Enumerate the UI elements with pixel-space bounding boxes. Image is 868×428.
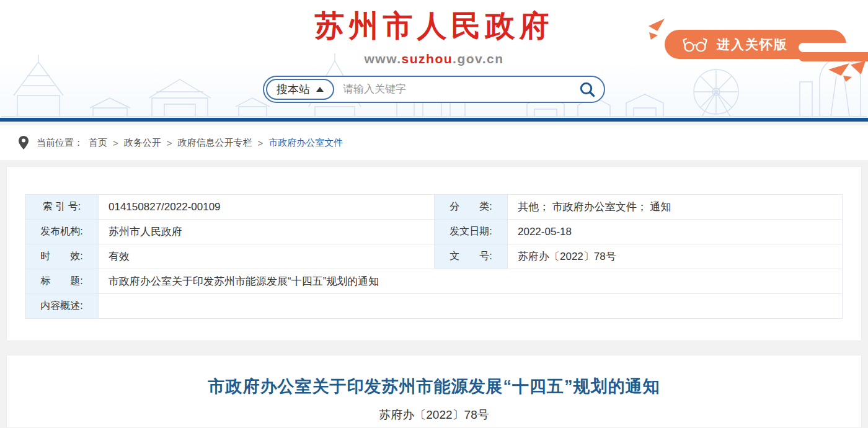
meta-value-category: 其他； 市政府办公室文件； 通知 <box>508 195 843 220</box>
caret-up-icon <box>316 87 324 92</box>
meta-label-issuing-agency: 发布机构: <box>25 220 99 244</box>
meta-value-index-number: 014150827/2022-00109 <box>99 195 435 220</box>
meta-value-issuing-agency: 苏州市人民政府 <box>99 220 435 244</box>
meta-row: 索 引 号: 014150827/2022-00109 分 类: 其他； 市政府… <box>25 195 843 220</box>
site-url-prefix: www. <box>364 51 401 66</box>
article-card: 市政府办公室关于印发苏州市能源发展“十四五”规划的通知 苏府办〔2022〕78号 <box>6 355 862 428</box>
meta-label-title: 标 题: <box>25 269 99 294</box>
article-title: 市政府办公室关于印发苏州市能源发展“十四五”规划的通知 <box>7 375 861 398</box>
search-scope-label: 搜本站 <box>277 82 310 97</box>
care-button-decoration <box>799 52 868 61</box>
search-button[interactable] <box>579 81 596 98</box>
meta-value-summary <box>99 294 843 319</box>
document-meta-table: 索 引 号: 014150827/2022-00109 分 类: 其他； 市政府… <box>25 194 843 319</box>
breadcrumb-item-disclosure-column[interactable]: 政府信息公开专栏 <box>178 137 252 149</box>
site-url-suffix: .gov.cn <box>453 51 503 66</box>
meta-row: 标 题: 市政府办公室关于印发苏州市能源发展“十四五”规划的通知 <box>25 269 843 294</box>
site-header: 苏州市人民政府 www.suzhou.gov.cn 搜本站 进入关怀版 <box>0 0 868 122</box>
breadcrumb-item-home[interactable]: 首页 <box>89 137 107 149</box>
meta-value-validity: 有效 <box>99 244 435 269</box>
care-button-decoration <box>799 43 852 52</box>
breadcrumb-item-current[interactable]: 市政府办公室文件 <box>268 137 343 149</box>
meta-value-doc-number: 苏府办〔2022〕78号 <box>508 244 843 269</box>
breadcrumb-separator: > <box>167 138 172 148</box>
search-scope-dropdown[interactable]: 搜本站 <box>266 79 334 100</box>
meta-label-summary: 内容概述: <box>25 294 99 319</box>
location-pin-icon <box>19 136 29 149</box>
meta-row: 发布机构: 苏州市人民政府 发文日期: 2022-05-18 <box>25 220 843 244</box>
meta-label-doc-number: 文 号: <box>435 244 508 269</box>
meta-label-validity: 时 效: <box>25 244 99 269</box>
glasses-icon <box>681 37 709 53</box>
search-icon <box>579 81 596 98</box>
meta-value-title: 市政府办公室关于印发苏州市能源发展“十四五”规划的通知 <box>99 269 843 294</box>
document-meta-card: 索 引 号: 014150827/2022-00109 分 类: 其他； 市政府… <box>6 166 862 341</box>
site-search-bar: 搜本站 <box>263 76 605 103</box>
meta-value-issue-date: 2022-05-18 <box>508 220 843 244</box>
meta-label-index-number: 索 引 号: <box>25 195 99 220</box>
care-version-label: 进入关怀版 <box>717 36 788 53</box>
breadcrumb-label: 当前位置： <box>37 137 83 149</box>
breadcrumb-item-govinfo[interactable]: 政务公开 <box>124 137 161 149</box>
search-input[interactable] <box>334 77 579 102</box>
breadcrumb-separator: > <box>113 138 118 148</box>
meta-label-category: 分 类: <box>435 195 508 220</box>
meta-row: 内容概述: <box>25 294 843 319</box>
meta-label-issue-date: 发文日期: <box>435 220 508 244</box>
meta-row: 时 效: 有效 文 号: 苏府办〔2022〕78号 <box>25 244 843 269</box>
article-doc-number: 苏府办〔2022〕78号 <box>7 407 861 423</box>
breadcrumb: 当前位置： 首页 > 政务公开 > 政府信息公开专栏 > 市政府办公室文件 <box>0 125 868 160</box>
breadcrumb-separator: > <box>258 138 264 148</box>
site-url-domain: suzhou <box>402 51 453 66</box>
